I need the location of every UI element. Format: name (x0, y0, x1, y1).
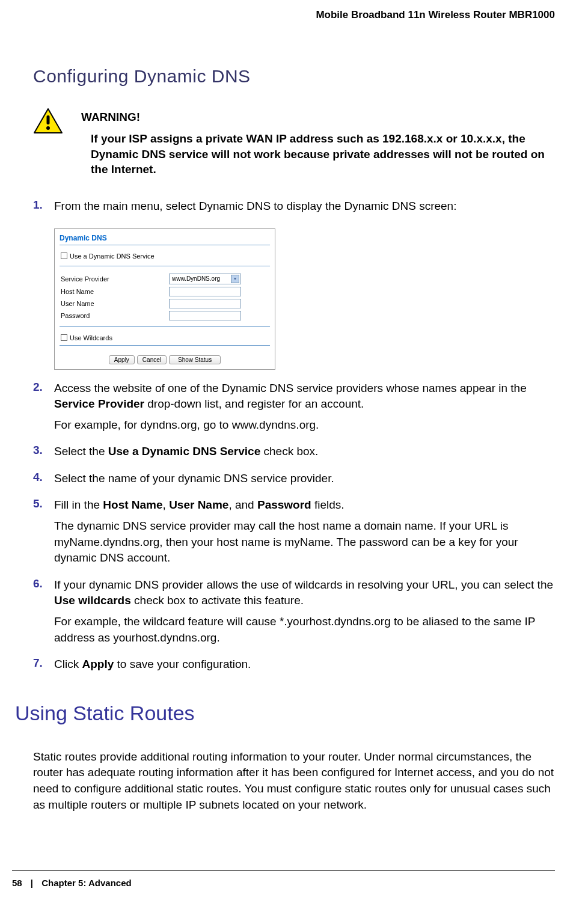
step-subtext: For example, for dyndns.org, go to www.d… (54, 417, 555, 433)
page-header: Mobile Broadband 11n Wireless Router MBR… (0, 0, 588, 21)
step-text: Access the website of one of the Dynamic… (54, 381, 555, 412)
step-text: Click Apply to save your configuration. (54, 657, 555, 673)
host-name-label: Host Name (61, 288, 169, 295)
step-subtext: The dynamic DNS service provider may cal… (54, 518, 555, 566)
step-1: 1. From the main menu, select Dynamic DN… (33, 198, 555, 219)
svg-point-2 (46, 126, 50, 130)
warning-icon (33, 108, 63, 137)
user-name-input[interactable] (169, 299, 241, 308)
use-wildcards-row: Use Wildcards (57, 333, 272, 343)
step-content: Fill in the Host Name, User Name, and Pa… (54, 497, 555, 571)
screenshot-buttons: Apply Cancel Show Status (57, 352, 272, 367)
page-footer: 58 | Chapter 5: Advanced (0, 870, 588, 888)
section-title-config-ddns: Configuring Dynamic DNS (33, 66, 555, 87)
divider (60, 266, 270, 266)
step-text: Fill in the Host Name, User Name, and Pa… (54, 497, 555, 513)
step-subtext: For example, the wildcard feature will c… (54, 614, 555, 646)
service-provider-row: Service Provider www.DynDNS.org ▾ (57, 272, 272, 286)
user-name-row: User Name (57, 298, 272, 310)
host-name-row: Host Name (57, 286, 272, 298)
divider (60, 245, 270, 245)
section-title-static-routes: Using Static Routes (15, 702, 555, 725)
step-3: 3. Select the Use a Dynamic DNS Service … (33, 444, 555, 465)
page-number: 58 (12, 878, 22, 888)
cancel-button[interactable]: Cancel (137, 355, 167, 364)
service-provider-value: www.DynDNS.org (172, 275, 220, 282)
use-wildcards-label: Use Wildcards (70, 334, 112, 341)
step-number: 4. (33, 471, 54, 492)
step-number: 7. (33, 657, 54, 678)
step-text: Select the Use a Dynamic DNS Service che… (54, 444, 555, 460)
screenshot-title: Dynamic DNS (57, 231, 272, 243)
step-number: 2. (33, 381, 54, 438)
password-label: Password (61, 312, 169, 319)
apply-button[interactable]: Apply (109, 355, 135, 364)
chevron-down-icon: ▾ (231, 275, 239, 283)
use-service-label: Use a Dynamic DNS Service (70, 253, 155, 260)
password-input[interactable] (169, 311, 241, 320)
footer-separator: | (31, 878, 33, 888)
step-number: 1. (33, 198, 54, 219)
step-4: 4. Select the name of your dynamic DNS s… (33, 471, 555, 492)
host-name-input[interactable] (169, 287, 241, 296)
step-content: Click Apply to save your configuration. (54, 657, 555, 678)
show-status-button[interactable]: Show Status (169, 355, 221, 364)
content-area: Configuring Dynamic DNS WARNING! If your… (0, 21, 588, 813)
warning-text: If your ISP assigns a private WAN IP add… (81, 131, 555, 177)
embedded-screenshot: Dynamic DNS Use a Dynamic DNS Service Se… (54, 228, 275, 370)
product-name: Mobile Broadband 11n Wireless Router MBR… (316, 9, 555, 20)
warning-block: WARNING! If your ISP assigns a private W… (33, 111, 555, 177)
step-content: Select the name of your dynamic DNS serv… (54, 471, 555, 492)
step-content: From the main menu, select Dynamic DNS t… (54, 198, 555, 219)
warning-text-container: WARNING! If your ISP assigns a private W… (81, 111, 555, 177)
step-list: 1. From the main menu, select Dynamic DN… (33, 198, 555, 678)
use-wildcards-checkbox[interactable] (61, 334, 67, 341)
step-number: 5. (33, 497, 54, 571)
step-number: 3. (33, 444, 54, 465)
step-content: Access the website of one of the Dynamic… (54, 381, 555, 438)
step-content: Select the Use a Dynamic DNS Service che… (54, 444, 555, 465)
use-service-row: Use a Dynamic DNS Service (57, 251, 272, 261)
step-number: 6. (33, 577, 54, 650)
divider (60, 345, 270, 346)
step-7: 7. Click Apply to save your configuratio… (33, 657, 555, 678)
static-routes-paragraph: Static routes provide additional routing… (33, 749, 555, 813)
user-name-label: User Name (61, 300, 169, 307)
password-row: Password (57, 310, 272, 322)
footer-divider (12, 870, 555, 871)
service-provider-select[interactable]: www.DynDNS.org ▾ (169, 274, 241, 284)
use-service-checkbox[interactable] (61, 253, 67, 259)
step-2: 2. Access the website of one of the Dyna… (33, 381, 555, 438)
step-text: If your dynamic DNS provider allows the … (54, 577, 555, 609)
svg-rect-1 (47, 115, 50, 124)
step-text: From the main menu, select Dynamic DNS t… (54, 198, 555, 215)
step-5: 5. Fill in the Host Name, User Name, and… (33, 497, 555, 571)
step-text: Select the name of your dynamic DNS serv… (54, 471, 555, 487)
step-content: If your dynamic DNS provider allows the … (54, 577, 555, 650)
chapter-label: Chapter 5: Advanced (41, 878, 131, 888)
divider (60, 326, 270, 327)
warning-label: WARNING! (81, 111, 555, 124)
step-6: 6. If your dynamic DNS provider allows t… (33, 577, 555, 650)
footer-text: 58 | Chapter 5: Advanced (12, 878, 555, 888)
service-provider-label: Service Provider (61, 275, 169, 283)
